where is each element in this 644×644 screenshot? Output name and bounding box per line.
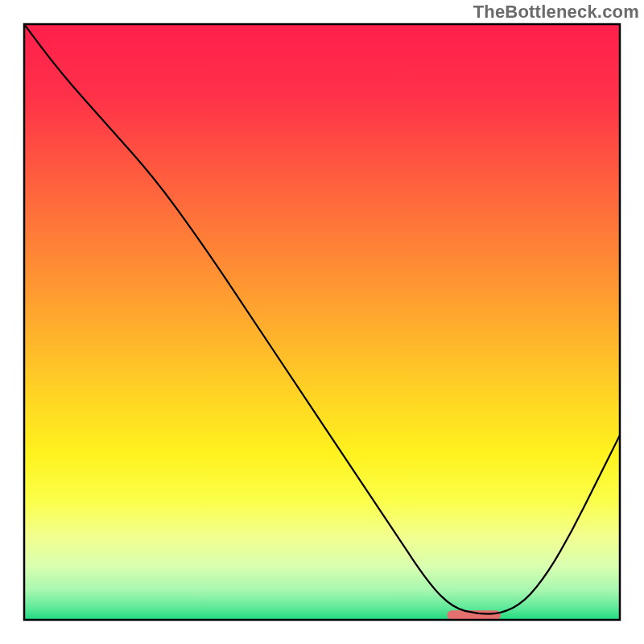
bottleneck-chart bbox=[0, 0, 644, 644]
watermark-text: TheBottleneck.com bbox=[473, 2, 639, 23]
chart-container: TheBottleneck.com bbox=[0, 0, 644, 644]
optimal-range-marker bbox=[447, 610, 501, 620]
gradient-background bbox=[24, 24, 620, 620]
